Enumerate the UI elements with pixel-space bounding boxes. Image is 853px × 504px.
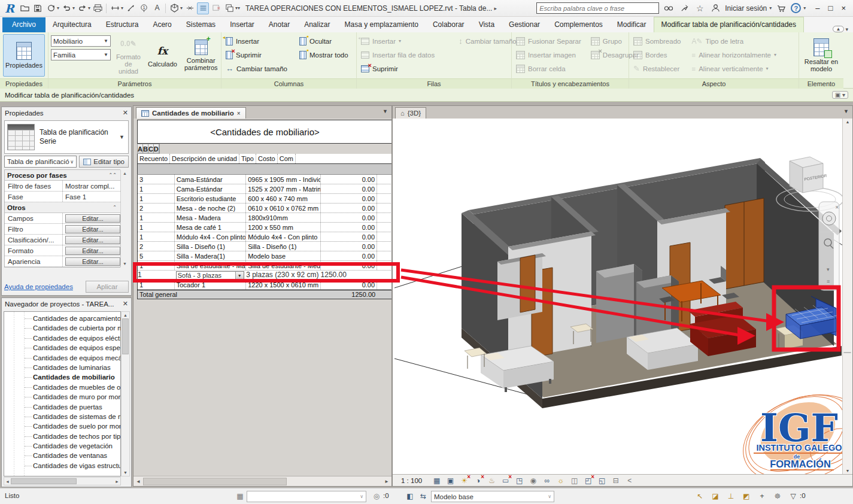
edit-button[interactable]: Editar...: [65, 225, 120, 233]
property-row[interactable]: Fase Fase 1: [5, 192, 120, 202]
column-header[interactable]: Descripción de unidad: [170, 154, 239, 163]
rendering-dialog-icon[interactable]: ♨: [487, 475, 497, 485]
view3d-vscrollbar[interactable]: ▲ ▼: [842, 119, 852, 474]
collapse-icon[interactable]: ⌃⌃: [109, 172, 117, 178]
close-icon[interactable]: ✕: [123, 109, 128, 117]
sun-path-icon[interactable]: ☀: [459, 475, 469, 485]
reveal-constraints-icon[interactable]: ⊟: [611, 475, 621, 485]
crop-region-icon[interactable]: ◳: [514, 475, 524, 485]
temporary-view-properties-icon[interactable]: ◫: [569, 475, 579, 485]
selection-filter-icon[interactable]: ▽: [788, 491, 799, 502]
scrollbar-thumb[interactable]: [143, 478, 287, 485]
browser-item[interactable]: Cantidades de equipos mecár: [4, 353, 120, 363]
selected-table-row[interactable]: 1 Sofá - 3 plazas ▼ 3 plazas (230 x 92 c…: [138, 271, 391, 280]
browser-item[interactable]: Cantidades de ventanas: [4, 451, 120, 460]
combine-parameters-button[interactable]: Combinar parámetros: [183, 34, 220, 77]
total-row[interactable]: Total general 1250.00: [137, 290, 391, 299]
tag-icon[interactable]: 1: [138, 2, 150, 14]
type-selector-caret[interactable]: ▼: [119, 134, 125, 140]
save-icon[interactable]: [32, 2, 44, 14]
switch-windows-icon[interactable]: [223, 2, 235, 14]
tab-close-icon[interactable]: ×: [237, 110, 241, 117]
measure-icon[interactable]: [109, 2, 121, 14]
scrollbar-thumb[interactable]: [122, 318, 129, 354]
sign-in-button[interactable]: Iniciar sesión: [725, 4, 767, 13]
browser-item[interactable]: Cantidades de aparcamiento: [4, 314, 120, 323]
sign-in-caret[interactable]: ▾: [769, 5, 772, 11]
tab-list-caret[interactable]: ▼: [383, 108, 388, 114]
edit-type-button[interactable]: Editar tipo: [79, 156, 129, 168]
table-row[interactable]: 5 Silla - Madera(1) Modelo base 0.00: [138, 251, 391, 261]
browser-item[interactable]: Cantidades de cubierta por m: [4, 323, 120, 333]
property-row[interactable]: Apariencia Editar...: [5, 256, 120, 267]
table-row[interactable]: 1 Módulo 4x4 - Con plinto Módulo 4x4 - C…: [138, 232, 391, 242]
ribbon-tab[interactable]: Acero: [145, 17, 178, 32]
text-icon[interactable]: A: [151, 2, 163, 14]
ribbon-tab[interactable]: Analizar: [297, 17, 337, 32]
column-header[interactable]: Tipo: [239, 154, 256, 163]
aligned-dimension-icon[interactable]: [125, 2, 136, 14]
search-box[interactable]: [536, 2, 659, 14]
ribbon-tab[interactable]: Gestionar: [502, 17, 547, 32]
app-store-icon[interactable]: [775, 2, 787, 14]
property-row[interactable]: Campos Editar...: [5, 213, 120, 224]
open-icon[interactable]: [19, 2, 31, 14]
links-icon[interactable]: ⇆: [418, 491, 429, 502]
browser-vscrollbar[interactable]: ▲ ▼: [121, 311, 130, 476]
redo-menu-caret[interactable]: ▾: [88, 5, 90, 11]
detail-level-icon[interactable]: ▦: [432, 475, 442, 485]
default-3d-view-icon[interactable]: [168, 2, 180, 14]
close-button[interactable]: ×: [841, 4, 846, 13]
column-letter[interactable]: D: [154, 144, 159, 154]
properties-help-link[interactable]: Ayuda de propiedades: [4, 283, 73, 290]
edit-button[interactable]: Editar...: [65, 257, 120, 266]
close-icon[interactable]: ✕: [123, 300, 128, 308]
browser-item[interactable]: Cantidades de vegetación: [4, 441, 120, 451]
ribbon-tab[interactable]: Sistemas: [179, 17, 223, 32]
browser-item[interactable]: Cantidades de puertas: [4, 402, 120, 412]
delete-column-button[interactable]: Suprimir: [224, 48, 289, 62]
table-row[interactable]: 1 Silla de estudiante - Ma Silla de estu…: [138, 261, 391, 271]
ribbon-tab[interactable]: Modificar: [610, 17, 654, 32]
browser-item[interactable]: Cantidades de muro por mon: [4, 392, 120, 402]
sync-icon[interactable]: [45, 2, 57, 14]
collapse-icon[interactable]: ⌃: [113, 205, 117, 210]
group-header-row[interactable]: [137, 164, 391, 175]
browser-item[interactable]: Cantidades de equipos especi: [4, 343, 120, 353]
lock-view-icon[interactable]: ◉: [528, 475, 538, 485]
table-row[interactable]: 1 Mesa - Madera 1800x910mm 0.00: [138, 213, 391, 223]
select-pinned-icon[interactable]: ⊥: [725, 491, 736, 502]
ribbon-tab[interactable]: Archivo: [2, 17, 45, 32]
help-icon[interactable]: ?: [791, 3, 801, 13]
tab-schedule[interactable]: Cantidades de mobiliario ×: [136, 107, 246, 119]
navigation-bar[interactable]: ✕ ▾ ≡: [819, 202, 839, 290]
column-letter[interactable]: A: [137, 144, 143, 154]
edit-button[interactable]: Editar...: [65, 247, 120, 255]
modebar-options-icon[interactable]: ▣ ▾: [832, 91, 848, 99]
property-row[interactable]: Formato Editar...: [5, 245, 120, 256]
print-icon[interactable]: [92, 2, 104, 14]
type-selector[interactable]: Tabla de planificación Serie ▼: [4, 120, 129, 154]
select-links-icon[interactable]: ↖: [694, 491, 705, 502]
design-options-icon[interactable]: ◧: [405, 491, 415, 502]
combobox-caret[interactable]: ▼: [235, 272, 244, 279]
column-letter[interactable]: C: [148, 144, 154, 154]
reveal-hidden-icon[interactable]: ☼: [555, 475, 566, 485]
ribbon-tab[interactable]: Colaborar: [426, 17, 472, 32]
search-icon[interactable]: [663, 2, 675, 14]
edit-button[interactable]: Editar...: [65, 214, 120, 223]
analytical-model-icon[interactable]: ◰: [583, 475, 593, 485]
tab-3d-view[interactable]: ⌂ {3D}: [395, 107, 426, 119]
ribbon-tab[interactable]: Modificar tabla de planificación/cantida…: [654, 17, 804, 32]
category-dropdown[interactable]: Mobiliario▼: [51, 35, 111, 47]
ribbon-tab[interactable]: Estructura: [99, 17, 146, 32]
undo-icon[interactable]: [60, 2, 72, 14]
tab-list-caret[interactable]: ▼: [843, 108, 849, 114]
property-row[interactable]: Filtro Editar...: [5, 224, 120, 235]
drag-on-selection-icon[interactable]: +: [757, 491, 767, 502]
search-input[interactable]: [539, 5, 656, 12]
browser-item[interactable]: Cantidades de luminarias: [4, 363, 120, 372]
hide-column-button[interactable]: Ocultar: [298, 34, 350, 48]
maximize-button[interactable]: □: [828, 4, 833, 13]
section-header-otros[interactable]: Otros ⌃: [5, 202, 120, 213]
